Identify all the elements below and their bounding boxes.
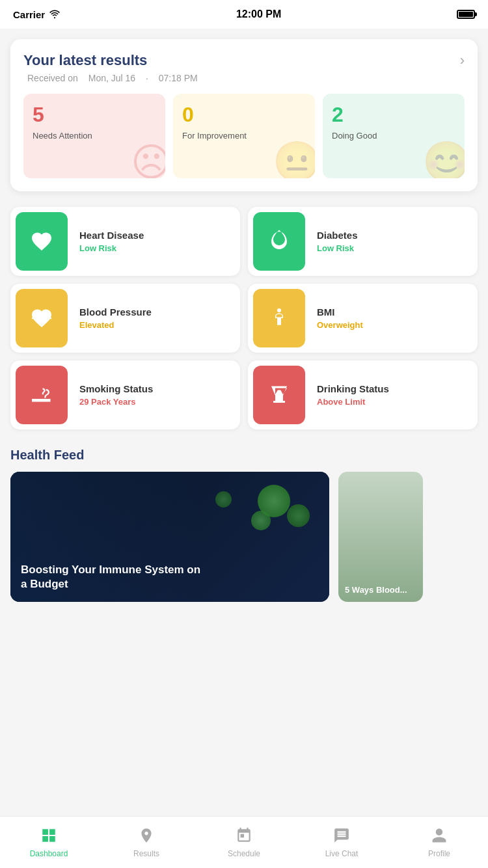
heart-disease-status: Low Risk [79,243,144,253]
feed-card-immune[interactable]: Boosting Your Immune System on a Budget [10,472,329,602]
bmi-text: BMI Overweight [310,301,370,335]
face-icon-yellow: 😐 [273,139,315,178]
schedule-icon-wrapper [236,827,252,847]
heart-disease-text: Heart Disease Low Risk [73,224,150,258]
nav-results[interactable]: Results [98,821,195,865]
carrier-name: Carrier [13,9,45,20]
bmi-name: BMI [317,306,363,318]
diabetes-text: Diabetes Low Risk [310,224,364,258]
heart-disease-card[interactable]: Heart Disease Low Risk [10,207,240,276]
blood-pressure-icon [16,289,68,347]
blood-pressure-text: Blood Pressure Elevated [73,301,158,335]
battery-icon [457,10,475,19]
drinking-text: Drinking Status Above Limit [310,378,396,412]
result-needs-attention[interactable]: 5 Needs Attention ☹ [23,94,165,178]
smoking-text: Smoking Status 29 Pack Years [73,378,159,412]
chat-icon [333,827,350,844]
nav-dashboard-label: Dashboard [30,849,68,858]
health-feed-scroll[interactable]: Boosting Your Immune System on a Budget … [10,472,478,602]
dashboard-icon-wrapper [40,827,57,847]
nav-schedule[interactable]: Schedule [195,821,293,865]
blood-pressure-name: Blood Pressure [79,306,152,318]
result-doing-good[interactable]: 2 Doing Good 😊 [323,94,465,178]
face-icon-red: ☹ [131,139,165,178]
nav-schedule-label: Schedule [228,849,260,858]
date-prefix: Received on [27,73,78,83]
result-for-improvement[interactable]: 0 For Improvement 😐 [173,94,315,178]
health-cards-grid: Heart Disease Low Risk Diabetes Low Risk… [10,207,478,429]
results-date: Received on Mon, Jul 16 · 07:18 PM [23,73,465,83]
result-number-yellow: 0 [182,103,306,127]
drinking-card[interactable]: Drinking Status Above Limit [248,360,478,429]
battery-indicator [457,10,475,19]
drinking-status: Above Limit [317,397,389,407]
heartbeat-icon [30,306,53,330]
bmi-status: Overweight [317,320,363,330]
nav-livechat[interactable]: Live Chat [293,821,390,865]
results-title: Your latest results [23,52,147,69]
heart-icon [30,230,53,253]
person-icon [267,306,291,330]
drinking-icon [253,366,305,424]
profile-icon-wrapper [431,827,448,847]
bottom-nav: Dashboard Results Schedule Live Chat [0,816,488,868]
blood-pressure-card[interactable]: Blood Pressure Elevated [10,284,240,353]
smoking-card[interactable]: Smoking Status 29 Pack Years [10,360,240,429]
nav-profile-label: Profile [428,849,450,858]
svg-point-0 [277,308,281,312]
smoking-status: 29 Pack Years [79,397,153,407]
feed-card-immune-title: Boosting Your Immune System on a Budget [21,563,203,591]
nav-livechat-label: Live Chat [325,849,359,858]
health-feed-title: Health Feed [10,448,478,463]
status-time: 12:00 PM [236,8,281,20]
face-icon-green: 😊 [422,139,465,178]
results-grid: 5 Needs Attention ☹ 0 For Improvement 😐 … [23,94,465,178]
results-card[interactable]: Your latest results › Received on Mon, J… [10,39,478,191]
smoking-icon [16,366,68,424]
heart-disease-icon [16,212,68,271]
status-bar: Carrier 12:00 PM [0,0,488,29]
drop-icon [267,230,291,253]
diabetes-name: Diabetes [317,230,358,241]
heart-disease-name: Heart Disease [79,230,144,241]
wifi-icon [49,10,61,19]
diabetes-card[interactable]: Diabetes Low Risk [248,207,478,276]
diabetes-icon [253,212,305,271]
time-value: 07:18 PM [159,73,198,83]
bmi-icon [253,289,305,347]
chat-icon-wrapper [333,827,350,847]
nav-dashboard[interactable]: Dashboard [0,821,98,865]
bmi-card[interactable]: BMI Overweight [248,284,478,353]
nav-profile[interactable]: Profile [390,821,488,865]
date-value: Mon, Jul 16 [88,73,135,83]
carrier-info: Carrier [13,9,61,20]
result-number-green: 2 [332,103,455,127]
smoking-name: Smoking Status [79,383,153,394]
feed-card-blood[interactable]: 5 Ways Blood... [338,472,423,602]
date-separator: · [146,73,148,83]
schedule-icon [236,827,252,844]
result-number-red: 5 [33,103,156,127]
main-content: Your latest results › Received on Mon, J… [0,29,488,654]
drinking-name: Drinking Status [317,383,389,394]
nav-results-label: Results [133,849,159,858]
drink-icon [267,383,291,407]
dashboard-icon [40,827,57,844]
diabetes-status: Low Risk [317,243,358,253]
feed-card-blood-title: 5 Ways Blood... [345,585,407,595]
profile-icon [431,827,448,844]
results-header: Your latest results › [23,52,465,69]
smoke-icon [30,383,53,407]
results-icon [138,827,155,844]
results-chevron[interactable]: › [460,52,465,69]
blood-pressure-status: Elevated [79,320,152,330]
results-icon-wrapper [138,827,155,847]
